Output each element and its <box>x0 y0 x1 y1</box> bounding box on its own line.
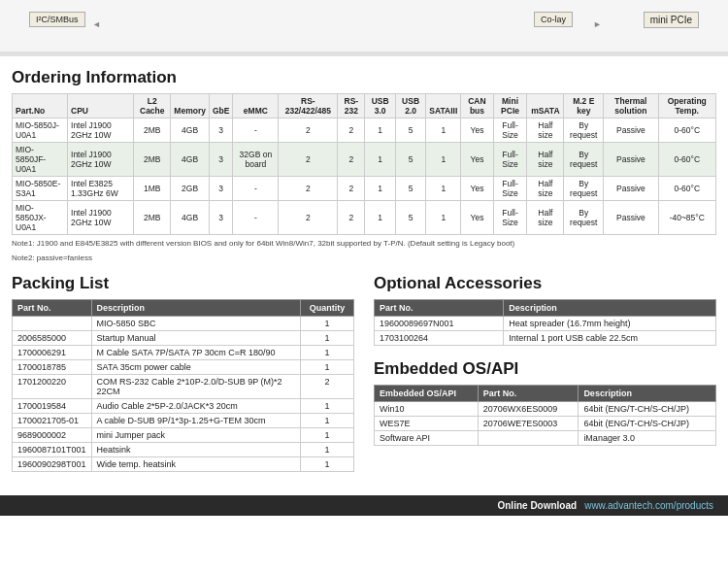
emb-col-os: Embedded OS/API <box>375 386 479 402</box>
embedded-row: Software APIiManager 3.0 <box>375 431 716 446</box>
packing-col-partno: Part No. <box>13 300 92 317</box>
col-m2: M.2 E key <box>564 94 604 118</box>
col-usb20: USB 2.0 <box>395 94 425 118</box>
accessories-row: 1703100264Internal 1 port USB cable 22.5… <box>375 331 716 346</box>
col-memory: Memory <box>171 94 210 118</box>
packing-col-desc: Description <box>91 300 300 317</box>
packing-row: MIO-5850 SBC1 <box>13 317 354 331</box>
col-gbe: GbE <box>209 94 232 118</box>
packing-col-qty: Quantity <box>301 300 354 317</box>
embedded-row: Win1020706WX6ES000964bit (ENG/T-CH/S-CH/… <box>375 402 716 417</box>
packing-row: 1700021705-01A cable D-SUB 9P/1*3p-1.25+… <box>13 414 354 428</box>
col-thermal: Thermal solution <box>604 94 658 118</box>
co-lay-box: Co-lay <box>534 12 573 27</box>
footer-url: www.advantech.com/products <box>584 500 713 511</box>
footer: Online Download www.advantech.com/produc… <box>0 495 728 516</box>
packing-row: 1960090298T001Wide temp. heatsink1 <box>13 457 354 472</box>
packing-row: 1960087101T001Heatsink1 <box>13 443 354 457</box>
emb-col-partno: Part No. <box>478 386 579 402</box>
emb-col-desc: Description <box>579 386 716 402</box>
col-usb30: USB 3.0 <box>365 94 395 118</box>
two-column-section: Packing List Part No. Description Quanti… <box>12 270 716 478</box>
col-minipcie: Mini PCIe <box>493 94 527 118</box>
footer-label: Online Download <box>497 500 577 511</box>
packing-row: 1700018785SATA 35cm power cable1 <box>13 360 354 375</box>
ordering-info-title: Ordering Information <box>12 68 716 87</box>
packing-row: 1701200220COM RS-232 Cable 2*10P-2.0/D-S… <box>13 375 354 399</box>
packing-row: 1700019584Audio Cable 2*5P-2.0/JACK*3 20… <box>13 399 354 414</box>
col-rs232: RS-232 <box>338 94 365 118</box>
main-content: Ordering Information Part.No CPU L2 Cach… <box>0 56 728 486</box>
col-partno: Part.No <box>13 94 68 118</box>
note2: Note2: passive=fanless <box>12 253 716 262</box>
ordering-row: MIO-5850J-U0A1Intel J1900 2GHz 10W2MB4GB… <box>13 118 716 143</box>
col-cpu: CPU <box>68 94 134 118</box>
accessories-table: Part No. Description 19600089697N001Heat… <box>374 299 716 346</box>
embedded-row: WES7E20706WE7ES000364bit (ENG/T-CH/S-CH/… <box>375 417 716 431</box>
embedded-table: Embedded OS/API Part No. Description Win… <box>374 385 716 446</box>
packing-table: Part No. Description Quantity MIO-5850 S… <box>12 299 354 472</box>
col-rs422: RS-232/422/485 <box>279 94 338 118</box>
mini-pcie-box: mini PCIe <box>644 12 699 28</box>
packing-list-section: Packing List Part No. Description Quanti… <box>12 270 354 478</box>
packing-list-title: Packing List <box>12 274 354 293</box>
accessories-row: 19600089697N001Heat spreader (16.7mm hei… <box>375 317 716 331</box>
acc-col-partno: Part No. <box>375 300 504 317</box>
packing-row: 2006585000Startup Manual1 <box>13 331 354 346</box>
ordering-row: MIO-5850JX-U0A1Intel J1900 2GHz 10W2MB4G… <box>13 201 716 235</box>
col-emmc: eMMC <box>233 94 279 118</box>
ordering-row: MIO-5850JF-U0A1Intel J1900 2GHz 10W2MB4G… <box>13 143 716 177</box>
col-can: CAN bus <box>461 94 493 118</box>
packing-row: 9689000002mini Jumper pack1 <box>13 428 354 443</box>
diagram-area: I²C/SMBus ◄ Co-lay mini PCIe ► <box>0 0 728 53</box>
right-column: Optional Accessories Part No. Descriptio… <box>374 270 716 478</box>
i2c-smbus-box: I²C/SMBus <box>29 12 85 27</box>
packing-row: 1700006291M Cable SATA 7P/SATA 7P 30cm C… <box>13 346 354 360</box>
ordering-table: Part.No CPU L2 Cache Memory GbE eMMC RS-… <box>12 93 716 235</box>
acc-col-desc: Description <box>504 300 716 317</box>
col-l2: L2 Cache <box>134 94 171 118</box>
embedded-os-title: Embedded OS/API <box>374 359 716 379</box>
accessories-title: Optional Accessories <box>374 274 716 293</box>
ordering-row: MIO-5850E-S3A1Intel E3825 1.33GHz 6W1MB2… <box>13 177 716 201</box>
col-temp: Operating Temp. <box>658 94 715 118</box>
col-sata: SATAIII <box>426 94 461 118</box>
diagram-arrow2: ► <box>593 19 602 29</box>
diagram-arrow: ◄ <box>92 19 101 29</box>
note1: Note1: J1900 and E845/E3825 with differe… <box>12 239 716 248</box>
col-msata: mSATA <box>527 94 564 118</box>
